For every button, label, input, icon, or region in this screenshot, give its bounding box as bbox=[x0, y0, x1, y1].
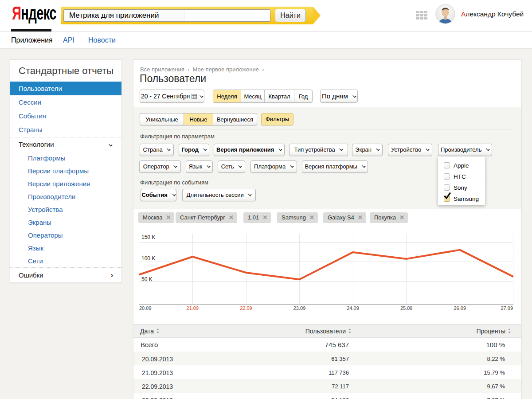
svg-text:22.09: 22.09 bbox=[240, 305, 252, 311]
svg-text:21.09: 21.09 bbox=[187, 305, 199, 311]
svg-text:26.09: 26.09 bbox=[454, 305, 466, 311]
svg-text:27.09: 27.09 bbox=[501, 305, 513, 311]
svg-text:100 K: 100 K bbox=[141, 255, 155, 262]
svg-text:23.09: 23.09 bbox=[293, 305, 306, 311]
svg-text:24.09: 24.09 bbox=[347, 305, 359, 311]
svg-text:150 K: 150 K bbox=[141, 234, 155, 240]
svg-text:20.09: 20.09 bbox=[139, 305, 152, 311]
svg-text:25.09: 25.09 bbox=[400, 305, 413, 311]
svg-text:50 K: 50 K bbox=[141, 276, 153, 282]
